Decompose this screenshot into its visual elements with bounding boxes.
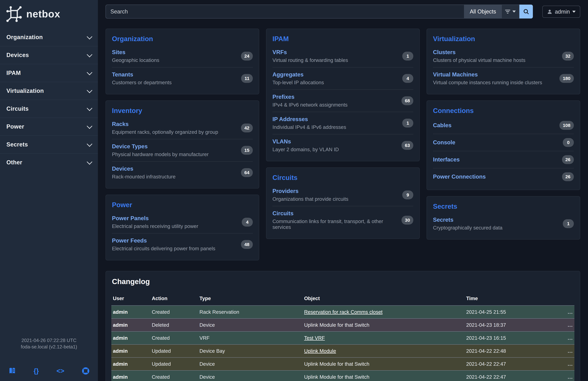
list-item: Power Feeds Electrical circuits deliveri… — [112, 233, 253, 255]
count-badge[interactable]: 32 — [562, 52, 574, 61]
book-icon[interactable] — [9, 367, 16, 375]
sidebar-item-virtualization[interactable]: Virtualization — [0, 82, 98, 100]
count-badge[interactable]: 1 — [402, 119, 413, 128]
link-tenants[interactable]: Tenants — [112, 71, 133, 78]
link-console[interactable]: Console — [433, 139, 455, 146]
link-vlans[interactable]: VLANs — [273, 138, 291, 145]
code-icon[interactable]: <> — [57, 367, 64, 375]
count-badge[interactable]: 4 — [402, 74, 413, 83]
sidebar-item-secrets[interactable]: Secrets — [0, 135, 98, 153]
sidebar-item-ipam[interactable]: IPAM — [0, 64, 98, 82]
link-secrets[interactable]: Secrets — [433, 217, 453, 223]
search-scope-dropdown-button[interactable] — [502, 5, 519, 19]
object-link[interactable]: Reservation for rack Comms closet — [304, 309, 382, 315]
row-menu-button[interactable]: ... — [568, 348, 573, 354]
list-item: Interfaces 26 — [433, 151, 574, 168]
object-label: Uplink Module for that Switch — [304, 374, 369, 380]
link-cables[interactable]: Cables — [433, 122, 451, 129]
list-item: Circuits Communication links for transit… — [273, 206, 413, 234]
object-label: Uplink Module for that Switch — [304, 322, 369, 328]
search-input[interactable] — [105, 5, 464, 19]
card-title: Circuits — [273, 173, 413, 184]
column-header-action: Action — [150, 293, 198, 306]
count-badge[interactable]: 1 — [402, 52, 413, 61]
link-device-types[interactable]: Device Types — [112, 143, 148, 150]
sidebar-item-devices[interactable]: Devices — [0, 46, 98, 64]
count-badge[interactable]: 4 — [242, 218, 253, 226]
list-item: Sites Geographic locations 24 — [112, 45, 253, 67]
count-badge[interactable]: 63 — [401, 141, 413, 150]
chevron-down-icon — [87, 123, 92, 129]
sidebar-item-power[interactable]: Power — [0, 118, 98, 135]
sidebar-item-circuits[interactable]: Circuits — [0, 100, 98, 118]
list-item: VLANs Layer 2 domains, by VLAN ID 63 — [273, 134, 413, 157]
link-power-connections[interactable]: Power Connections — [433, 174, 486, 180]
count-badge[interactable]: 48 — [241, 240, 253, 249]
link-clusters[interactable]: Clusters — [433, 49, 456, 55]
count-badge[interactable]: 1 — [563, 219, 574, 228]
link-prefixes[interactable]: Prefixes — [273, 94, 294, 100]
link-power-feeds[interactable]: Power Feeds — [112, 237, 147, 244]
list-item: Aggregates Top-level IP allocations 4 — [273, 67, 413, 90]
column-header-type: Type — [198, 293, 303, 306]
list-item: Power Connections 26 — [433, 168, 574, 185]
link-circuits[interactable]: Circuits — [273, 210, 294, 217]
list-item: Cables 108 — [433, 117, 574, 134]
link-ip-addresses[interactable]: IP Addresses — [273, 116, 308, 122]
netbox-logo[interactable]: netbox — [0, 0, 98, 27]
link-aggregates[interactable]: Aggregates — [273, 71, 304, 78]
link-providers[interactable]: Providers — [273, 188, 299, 194]
braces-icon[interactable]: {} — [34, 367, 39, 375]
count-badge[interactable]: 180 — [559, 74, 574, 83]
count-badge[interactable]: 0 — [563, 138, 574, 147]
column-header-user: User — [111, 293, 150, 306]
link-power-panels[interactable]: Power Panels — [112, 215, 149, 222]
object-link[interactable]: Test VRF — [304, 335, 325, 341]
table-row: admin Updated Device Uplink Module for t… — [111, 358, 574, 370]
row-menu-button[interactable]: ... — [568, 374, 573, 380]
link-virtual-machines[interactable]: Virtual Machines — [433, 71, 478, 78]
chevron-down-icon — [87, 159, 92, 165]
card-title: IPAM — [273, 34, 413, 45]
count-badge[interactable]: 42 — [241, 124, 253, 133]
count-badge[interactable]: 26 — [562, 155, 574, 164]
count-badge[interactable]: 11 — [241, 74, 253, 83]
count-badge[interactable]: 68 — [401, 96, 413, 105]
link-sites[interactable]: Sites — [112, 49, 126, 55]
count-badge[interactable]: 30 — [401, 216, 413, 224]
search-group: All Objects — [105, 5, 533, 19]
link-interfaces[interactable]: Interfaces — [433, 157, 460, 163]
sidebar-item-organization[interactable]: Organization — [0, 28, 98, 46]
count-badge[interactable]: 64 — [241, 168, 253, 177]
row-menu-button[interactable]: ... — [568, 335, 573, 341]
card-connections: Connections Cables 108 Console 0 Interfa… — [427, 100, 580, 190]
sidebar-item-other[interactable]: Other — [0, 153, 98, 171]
user-menu-button[interactable]: admin — [542, 6, 580, 18]
link-racks[interactable]: Racks — [112, 121, 129, 127]
row-menu-button[interactable]: ... — [568, 309, 573, 315]
count-badge[interactable]: 108 — [559, 121, 574, 130]
card-organization: Organization Sites Geographic locations … — [105, 29, 259, 94]
row-menu-button[interactable]: ... — [568, 322, 573, 328]
caret-down-icon — [512, 11, 516, 13]
count-badge[interactable]: 24 — [241, 52, 253, 61]
list-item: Secrets Cryptographically secured data 1 — [433, 213, 574, 235]
count-badge[interactable]: 15 — [241, 146, 253, 155]
card-inventory: Inventory Racks Equipment racks, optiona… — [105, 100, 259, 188]
search-button[interactable] — [519, 5, 533, 19]
chevron-down-icon — [87, 69, 92, 75]
lifering-icon[interactable] — [82, 367, 89, 375]
card-title: Power — [112, 200, 253, 211]
count-badge[interactable]: 9 — [402, 190, 413, 199]
row-menu-button[interactable]: ... — [568, 361, 573, 367]
user-icon — [547, 9, 552, 15]
link-devices[interactable]: Devices — [112, 166, 133, 172]
chevron-down-icon — [87, 34, 92, 40]
changelog-title: Changelog — [111, 277, 574, 293]
logo-text: netbox — [26, 8, 60, 20]
count-badge[interactable]: 26 — [562, 172, 574, 181]
object-link[interactable]: Uplink Module — [304, 348, 336, 354]
user-label: admin — [555, 9, 570, 15]
table-row: admin Deleted Device Uplink Module for t… — [111, 318, 574, 332]
link-vrfs[interactable]: VRFs — [273, 49, 287, 55]
